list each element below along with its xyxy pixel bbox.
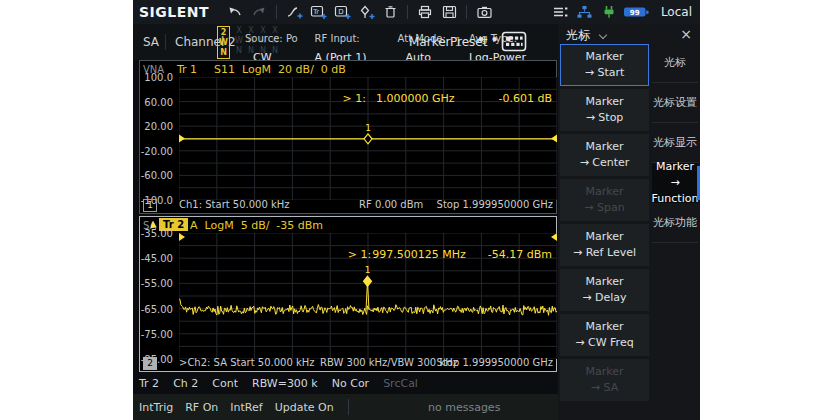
ref-status: IntRef (230, 401, 262, 414)
sa-chart-block: SA Tr 2 A LogM 5 dB/ -35 dBm -35.00-45.0… (139, 216, 557, 372)
menu-icon[interactable] (551, 3, 571, 21)
divider (165, 34, 166, 50)
sa-chart-footer: 2 >Ch2: SA Start 50.000 kHz RBW 300 kHz/… (140, 356, 556, 371)
brand-logo: SIGLENT (139, 4, 209, 20)
add-diagram-icon[interactable]: D (332, 3, 352, 21)
top-toolbar: SIGLENT Tr D (133, 0, 700, 24)
status-rbw: RBW=300 k (252, 377, 318, 390)
sa-chart-header: SA Tr 2 A LogM 5 dB/ -35 dBm (140, 217, 556, 232)
close-icon[interactable]: × (680, 25, 692, 43)
vna-marker-readout: > 1:1.000000 GHz-0.601 dB (315, 79, 552, 118)
toolbar-separator (407, 5, 408, 19)
menu-item-marker-to-span: Marker → Span (560, 179, 649, 221)
system-message: no messages (428, 401, 500, 414)
sa-stop-freq[interactable]: Stop 1.999950000 GHz (437, 357, 553, 368)
network-icon[interactable] (575, 3, 595, 21)
svg-text:D: D (338, 8, 343, 16)
add-marker-icon[interactable] (356, 3, 376, 21)
vna-chart-block: VNA Tr 1 S11 LogM 20 dB/ 0 dB 100.060.00… (139, 60, 557, 214)
sa-start-freq[interactable]: >Ch2: SA Start 50.000 kHz (179, 357, 315, 368)
vna-rf-power[interactable]: RF 0.00 dBm (359, 199, 423, 210)
tab-marker-setup[interactable]: 光标设置 (652, 83, 698, 123)
status-srccal: SrcCal (383, 377, 418, 390)
svg-text:Tr: Tr (312, 7, 319, 15)
power-plug-icon[interactable] (599, 3, 619, 21)
toolbar-separator (466, 5, 467, 19)
battery-icon: 99 (623, 3, 651, 21)
undo-icon[interactable] (225, 3, 245, 21)
menu-item-marker-to-center[interactable]: Marker → Center (560, 134, 649, 176)
print-icon[interactable] (415, 3, 435, 21)
instrument-screen: SIGLENT Tr D (133, 0, 700, 420)
active-slot[interactable]: 2WN (217, 26, 230, 59)
save-icon[interactable] (439, 3, 459, 21)
status-channel: Ch 2 (173, 377, 198, 390)
vna-start-freq[interactable]: Ch1: Start 50.000 kHz (179, 199, 290, 210)
menu-item-marker-to-start[interactable]: Marker → Start (560, 44, 649, 86)
status-row: Tr 2 Ch 2 Cont RBW=300 k No Cor SrcCal (139, 374, 418, 392)
divider (348, 399, 349, 415)
sa-trace-settings[interactable]: A LogM 5 dB/ -35 dBm (190, 219, 323, 232)
local-mode-label[interactable]: Local (661, 5, 692, 19)
menu-item-marker-to-sa: Marker → SA (560, 359, 649, 401)
status-sweep: Cont (212, 377, 238, 390)
marker-menu-panel: 光标 × Marker → Start Marker → Stop Marker… (558, 24, 700, 420)
trigger-status: IntTrig (139, 401, 173, 414)
sa-channel-badge[interactable]: 2 (143, 357, 157, 370)
svg-text:99: 99 (630, 9, 640, 17)
marker-menu-header: 光标 × (558, 24, 700, 44)
vna-channel-badge[interactable]: 1 (143, 199, 157, 212)
marker-menu-title[interactable]: 光标 (566, 27, 590, 44)
status-trace: Tr 2 (139, 377, 159, 390)
vna-trace-label[interactable]: Tr 1 (177, 63, 197, 76)
toolbar-separator (276, 5, 277, 19)
chevron-down-icon (599, 31, 607, 39)
redo-icon[interactable] (249, 3, 269, 21)
tab-marker-function[interactable]: Marker → Function (652, 163, 698, 203)
add-trace-icon[interactable] (284, 3, 304, 21)
tab-marker[interactable]: 光标 (652, 43, 698, 83)
status-correction: No Cor (332, 377, 369, 390)
keypad-icon[interactable] (501, 31, 527, 52)
menu-item-marker-to-stop[interactable]: Marker → Stop (560, 89, 649, 131)
rf-status: RF On (185, 401, 218, 414)
menu-item-marker-to-cw-freq[interactable]: Marker → CW Freq (560, 314, 649, 356)
tab-marker-func[interactable]: 光标功能 (652, 203, 698, 243)
delete-icon[interactable] (380, 3, 400, 21)
mode-button[interactable]: SA (143, 35, 159, 49)
vna-stop-freq[interactable]: Stop 1.999950000 GHz (437, 199, 553, 210)
add-trace-window-icon[interactable]: Tr (308, 3, 328, 21)
sa-y-axis-ticks: -35.00-45.00-55.00-65.00-75.00-85.00 (140, 233, 175, 359)
sa-marker-readout: > 1:997.500125 MHz-54.17 dBm (320, 235, 552, 274)
screenshot-camera-icon[interactable] (474, 3, 494, 21)
tab-marker-display[interactable]: 光标显示 (652, 123, 698, 163)
vna-chart-footer: 1 Ch1: Start 50.000 kHz RF 0.00 dBm Stop… (140, 198, 556, 213)
vna-y-axis-ticks: 100.060.0020.00-20.00-60.00-100.0 (140, 77, 175, 200)
menu-item-marker-to-delay[interactable]: Marker → Delay (560, 269, 649, 311)
page-background: SIGLENT Tr D (0, 0, 840, 420)
update-status: Update On (275, 401, 334, 414)
menu-item-marker-to-ref-level[interactable]: Marker → Ref Level (560, 224, 649, 266)
channel-bar: SA Channel 2 2WN XWNXWNXWNXWN Source: Po… (133, 24, 558, 60)
svg-text:1: 1 (365, 123, 371, 133)
vna-trace-settings[interactable]: S11 LogM 20 dB/ 0 dB (214, 63, 346, 76)
vna-chart-header: VNA Tr 1 S11 LogM 20 dB/ 0 dB (140, 61, 556, 76)
